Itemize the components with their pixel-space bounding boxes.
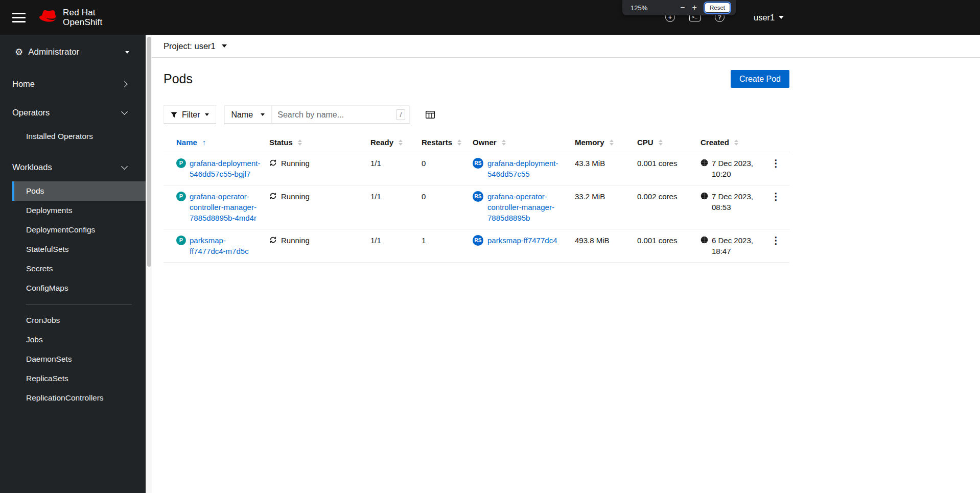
kebab-menu-icon[interactable]: ⋮ (767, 229, 789, 262)
perspective-switcher[interactable]: ⚙ Administrator (0, 35, 146, 69)
create-pod-button[interactable]: Create Pod (731, 70, 789, 88)
pod-badge-icon: P (176, 236, 186, 245)
sync-running-icon (269, 159, 277, 167)
sidebar-item-cronjobs[interactable]: CronJobs (12, 311, 146, 330)
created-date: 6 Dec 2023, (712, 235, 759, 246)
column-header-owner[interactable]: Owner (473, 138, 575, 147)
pod-link[interactable]: grafana-operator-controller-manager-7885… (190, 191, 261, 223)
caret-down-icon (779, 16, 784, 19)
redhat-hat-icon (39, 10, 58, 25)
cpu-cell: 0.001 cores (637, 152, 701, 185)
status-text: Running (281, 191, 310, 223)
owner-link[interactable]: grafana-operator-controller-manager-7885… (487, 191, 564, 223)
caret-down-icon (222, 44, 227, 48)
project-selector[interactable]: Project: user1 (152, 35, 980, 58)
table-toolbar: Filter Name / (164, 105, 980, 124)
kebab-menu-icon[interactable]: ⋮ (767, 152, 789, 185)
column-header-cpu[interactable]: CPU (637, 138, 701, 147)
column-header-name[interactable]: Name ↑ (176, 138, 269, 147)
caret-down-icon (261, 113, 265, 116)
column-header-memory[interactable]: Memory (575, 138, 637, 147)
created-time: 18:47 (712, 246, 759, 256)
sidebar-item-secrets[interactable]: Secrets (12, 259, 146, 278)
column-header-restarts[interactable]: Restarts (422, 138, 473, 147)
project-label: Project: user1 (164, 41, 216, 51)
cpu-cell: 0.002 cores (637, 185, 701, 229)
pod-badge-icon: P (176, 158, 186, 168)
owner-link[interactable]: parksmap-ff7477dc4 (487, 235, 557, 246)
created-cell: 7 Dec 2023, 10:20 (701, 152, 767, 185)
owner-link[interactable]: grafana-deployment-546dd57c55 (487, 158, 564, 179)
perspective-label: Administrator (28, 47, 79, 57)
pods-table: Name ↑ Status Ready Restarts Owner Memor… (164, 135, 789, 263)
restarts-cell: 1 (422, 229, 473, 262)
user-menu[interactable]: user1 (754, 0, 784, 35)
created-date: 7 Dec 2023, (712, 158, 759, 169)
column-header-ready[interactable]: Ready (370, 138, 422, 147)
owner-cell: RS grafana-operator-controller-manager-7… (473, 185, 575, 229)
search-attribute-dropdown[interactable]: Name (224, 105, 272, 124)
sort-icon (659, 139, 663, 146)
sort-ascending-icon: ↑ (202, 138, 206, 147)
timestamp-globe-icon (701, 236, 708, 244)
status-cell: Running (269, 152, 370, 185)
zoom-in-button[interactable]: + (689, 4, 701, 12)
restarts-cell: 0 (422, 185, 473, 229)
sidebar-item-home[interactable]: Home (0, 69, 146, 98)
nav-toggle-icon[interactable] (12, 13, 26, 22)
status-cell: Running (269, 229, 370, 262)
sidebar-item-pods[interactable]: Pods (12, 181, 146, 201)
column-header-created[interactable]: Created (701, 138, 767, 147)
pod-link[interactable]: grafana-deployment-546dd57c55-bgjl7 (190, 158, 261, 179)
brand-line2: OpenShift (63, 17, 102, 27)
sidebar-item-jobs[interactable]: Jobs (12, 330, 146, 349)
sort-icon (734, 139, 738, 146)
kebab-menu-icon[interactable]: ⋮ (767, 185, 789, 229)
sidebar-item-configmaps[interactable]: ConfigMaps (12, 278, 146, 298)
status-text: Running (281, 158, 310, 179)
ready-cell: 1/1 (370, 229, 422, 262)
pod-link[interactable]: parksmap-ff7477dc4-m7d5c (190, 235, 261, 256)
sort-icon (502, 139, 506, 146)
table-row: P grafana-deployment-546dd57c55-bgjl7 Ru… (164, 152, 789, 185)
sort-icon (457, 139, 461, 146)
sidebar-item-installed-operators[interactable]: Installed Operators (12, 127, 146, 146)
scrollbar-thumb[interactable] (147, 37, 151, 267)
created-cell: 7 Dec 2023, 08:53 (701, 185, 767, 229)
filter-dropdown[interactable]: Filter (164, 105, 216, 124)
pod-badge-icon: P (176, 192, 186, 201)
timestamp-globe-icon (701, 192, 708, 200)
sync-running-icon (269, 236, 277, 244)
column-header-status[interactable]: Status (269, 138, 370, 147)
chevron-down-icon (121, 108, 128, 115)
sidebar-item-operators[interactable]: Operators (0, 98, 146, 127)
sidebar-item-statefulsets[interactable]: StatefulSets (12, 240, 146, 259)
brand-logo: Red Hat OpenShift (39, 8, 102, 27)
zoom-reset-button[interactable]: Reset (705, 3, 730, 12)
table-row: P parksmap-ff7477dc4-m7d5c Running 1/1 1… (164, 229, 789, 263)
memory-cell: 43.3 MiB (575, 152, 637, 185)
created-time: 08:53 (712, 202, 759, 213)
keyboard-shortcut-hint: / (396, 109, 405, 120)
table-row: P grafana-operator-controller-manager-78… (164, 185, 789, 229)
filter-funnel-icon (171, 112, 177, 118)
restarts-cell: 0 (422, 152, 473, 185)
zoom-out-button[interactable]: − (676, 4, 688, 12)
sidebar-item-workloads[interactable]: Workloads (0, 153, 146, 181)
user-name: user1 (754, 13, 775, 22)
search-input[interactable] (272, 105, 410, 124)
sort-icon (399, 139, 403, 146)
brand-line1: Red Hat (63, 8, 102, 17)
sidebar-item-daemonsets[interactable]: DaemonSets (12, 349, 146, 369)
sidebar-item-deployments[interactable]: Deployments (12, 201, 146, 220)
replicaset-badge-icon: RS (473, 158, 483, 169)
sidebar-item-replicationcontrollers[interactable]: ReplicationControllers (12, 388, 146, 408)
owner-cell: RS parksmap-ff7477dc4 (473, 229, 575, 262)
sidebar-item-deploymentconfigs[interactable]: DeploymentConfigs (12, 220, 146, 240)
ready-cell: 1/1 (370, 152, 422, 185)
sidebar-item-replicasets[interactable]: ReplicaSets (12, 369, 146, 388)
status-cell: Running (269, 185, 370, 229)
replicaset-badge-icon: RS (473, 235, 483, 246)
memory-cell: 493.8 MiB (575, 229, 637, 262)
column-management-icon[interactable] (426, 111, 435, 119)
